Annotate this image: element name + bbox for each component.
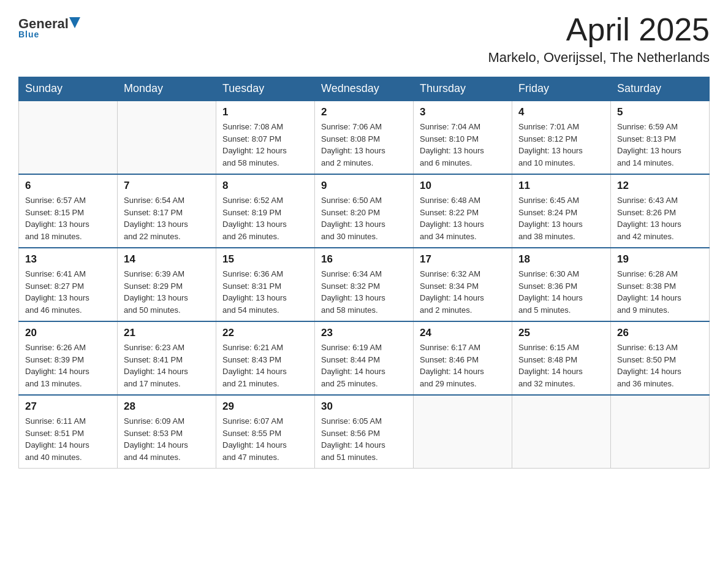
day-number: 13 <box>25 253 111 266</box>
day-number: 9 <box>321 180 407 192</box>
day-number: 2 <box>321 106 407 118</box>
day-number: 6 <box>25 180 111 192</box>
day-info: Sunrise: 6:15 AM Sunset: 8:48 PM Dayligh… <box>518 342 604 389</box>
calendar-cell: 28Sunrise: 6:09 AM Sunset: 8:53 PM Dayli… <box>118 395 216 469</box>
calendar-cell: 18Sunrise: 6:30 AM Sunset: 8:36 PM Dayli… <box>512 248 611 321</box>
day-number: 30 <box>321 400 407 413</box>
calendar-day-header-thursday: Thursday <box>414 77 512 101</box>
month-year-title: April 2025 <box>488 12 710 47</box>
logo-blue-text: Blue <box>18 29 39 39</box>
day-info: Sunrise: 6:19 AM Sunset: 8:44 PM Dayligh… <box>321 342 407 389</box>
calendar-day-header-friday: Friday <box>512 77 611 101</box>
calendar-cell: 16Sunrise: 6:34 AM Sunset: 8:32 PM Dayli… <box>315 248 414 321</box>
day-info: Sunrise: 6:32 AM Sunset: 8:34 PM Dayligh… <box>420 268 506 316</box>
logo-triangle-icon <box>69 16 80 32</box>
calendar-cell: 3Sunrise: 7:04 AM Sunset: 8:10 PM Daylig… <box>414 101 512 174</box>
calendar-day-header-saturday: Saturday <box>611 77 710 101</box>
calendar-header-row: SundayMondayTuesdayWednesdayThursdayFrid… <box>19 77 710 101</box>
day-info: Sunrise: 6:59 AM Sunset: 8:13 PM Dayligh… <box>617 121 703 169</box>
day-info: Sunrise: 6:34 AM Sunset: 8:32 PM Dayligh… <box>321 268 407 316</box>
calendar-table: SundayMondayTuesdayWednesdayThursdayFrid… <box>18 77 710 469</box>
calendar-cell: 27Sunrise: 6:11 AM Sunset: 8:51 PM Dayli… <box>19 395 118 469</box>
calendar-cell: 12Sunrise: 6:43 AM Sunset: 8:26 PM Dayli… <box>611 174 710 248</box>
calendar-cell: 6Sunrise: 6:57 AM Sunset: 8:15 PM Daylig… <box>19 174 118 248</box>
day-number: 20 <box>25 327 111 339</box>
day-number: 8 <box>222 180 308 192</box>
day-number: 5 <box>617 106 703 118</box>
calendar-cell: 5Sunrise: 6:59 AM Sunset: 8:13 PM Daylig… <box>611 101 710 174</box>
title-block: April 2025 Markelo, Overijssel, The Neth… <box>488 12 710 66</box>
day-number: 15 <box>222 253 308 266</box>
day-info: Sunrise: 7:08 AM Sunset: 8:07 PM Dayligh… <box>222 121 308 169</box>
calendar-cell: 11Sunrise: 6:45 AM Sunset: 8:24 PM Dayli… <box>512 174 611 248</box>
day-number: 28 <box>124 400 210 413</box>
day-info: Sunrise: 6:45 AM Sunset: 8:24 PM Dayligh… <box>518 194 604 242</box>
calendar-cell: 17Sunrise: 6:32 AM Sunset: 8:34 PM Dayli… <box>414 248 512 321</box>
day-info: Sunrise: 6:11 AM Sunset: 8:51 PM Dayligh… <box>25 415 111 463</box>
day-info: Sunrise: 6:17 AM Sunset: 8:46 PM Dayligh… <box>420 342 506 389</box>
calendar-cell: 29Sunrise: 6:07 AM Sunset: 8:55 PM Dayli… <box>216 395 315 469</box>
day-number: 10 <box>420 180 506 192</box>
day-info: Sunrise: 6:57 AM Sunset: 8:15 PM Dayligh… <box>25 194 111 242</box>
day-number: 12 <box>617 180 703 192</box>
day-number: 23 <box>321 327 407 339</box>
calendar-day-header-sunday: Sunday <box>19 77 118 101</box>
day-info: Sunrise: 6:48 AM Sunset: 8:22 PM Dayligh… <box>420 194 506 242</box>
calendar-cell <box>512 395 611 469</box>
calendar-day-header-monday: Monday <box>118 77 216 101</box>
day-number: 1 <box>222 106 308 118</box>
day-info: Sunrise: 6:50 AM Sunset: 8:20 PM Dayligh… <box>321 194 407 242</box>
day-info: Sunrise: 6:54 AM Sunset: 8:17 PM Dayligh… <box>124 194 210 242</box>
day-info: Sunrise: 6:13 AM Sunset: 8:50 PM Dayligh… <box>617 342 703 389</box>
calendar-cell: 15Sunrise: 6:36 AM Sunset: 8:31 PM Dayli… <box>216 248 315 321</box>
day-number: 27 <box>25 400 111 413</box>
calendar-cell: 19Sunrise: 6:28 AM Sunset: 8:38 PM Dayli… <box>611 248 710 321</box>
logo: General Blue <box>18 12 81 39</box>
day-number: 18 <box>518 253 604 266</box>
calendar-week-row: 13Sunrise: 6:41 AM Sunset: 8:27 PM Dayli… <box>19 248 710 321</box>
day-info: Sunrise: 6:36 AM Sunset: 8:31 PM Dayligh… <box>222 268 308 316</box>
day-number: 22 <box>222 327 308 339</box>
calendar-day-header-wednesday: Wednesday <box>315 77 414 101</box>
day-number: 17 <box>420 253 506 266</box>
calendar-cell: 1Sunrise: 7:08 AM Sunset: 8:07 PM Daylig… <box>216 101 315 174</box>
location-subtitle: Markelo, Overijssel, The Netherlands <box>488 50 710 66</box>
day-info: Sunrise: 6:39 AM Sunset: 8:29 PM Dayligh… <box>124 268 210 316</box>
day-info: Sunrise: 6:28 AM Sunset: 8:38 PM Dayligh… <box>617 268 703 316</box>
day-info: Sunrise: 6:07 AM Sunset: 8:55 PM Dayligh… <box>222 415 308 463</box>
calendar-cell: 25Sunrise: 6:15 AM Sunset: 8:48 PM Dayli… <box>512 321 611 395</box>
day-number: 11 <box>518 180 604 192</box>
day-info: Sunrise: 6:41 AM Sunset: 8:27 PM Dayligh… <box>25 268 111 316</box>
day-info: Sunrise: 7:06 AM Sunset: 8:08 PM Dayligh… <box>321 121 407 169</box>
calendar-cell: 30Sunrise: 6:05 AM Sunset: 8:56 PM Dayli… <box>315 395 414 469</box>
calendar-cell: 20Sunrise: 6:26 AM Sunset: 8:39 PM Dayli… <box>19 321 118 395</box>
day-info: Sunrise: 6:43 AM Sunset: 8:26 PM Dayligh… <box>617 194 703 242</box>
day-number: 29 <box>222 400 308 413</box>
day-info: Sunrise: 6:26 AM Sunset: 8:39 PM Dayligh… <box>25 342 111 389</box>
day-number: 21 <box>124 327 210 339</box>
page-header: General Blue April 2025 Markelo, Overijs… <box>18 12 710 66</box>
calendar-cell: 8Sunrise: 6:52 AM Sunset: 8:19 PM Daylig… <box>216 174 315 248</box>
calendar-cell <box>118 101 216 174</box>
calendar-cell: 10Sunrise: 6:48 AM Sunset: 8:22 PM Dayli… <box>414 174 512 248</box>
day-number: 7 <box>124 180 210 192</box>
day-info: Sunrise: 6:09 AM Sunset: 8:53 PM Dayligh… <box>124 415 210 463</box>
day-number: 3 <box>420 106 506 118</box>
svg-marker-0 <box>69 17 80 28</box>
calendar-cell: 7Sunrise: 6:54 AM Sunset: 8:17 PM Daylig… <box>118 174 216 248</box>
calendar-cell <box>414 395 512 469</box>
day-info: Sunrise: 7:01 AM Sunset: 8:12 PM Dayligh… <box>518 121 604 169</box>
day-info: Sunrise: 7:04 AM Sunset: 8:10 PM Dayligh… <box>420 121 506 169</box>
calendar-cell: 23Sunrise: 6:19 AM Sunset: 8:44 PM Dayli… <box>315 321 414 395</box>
calendar-cell: 26Sunrise: 6:13 AM Sunset: 8:50 PM Dayli… <box>611 321 710 395</box>
day-info: Sunrise: 6:05 AM Sunset: 8:56 PM Dayligh… <box>321 415 407 463</box>
calendar-week-row: 20Sunrise: 6:26 AM Sunset: 8:39 PM Dayli… <box>19 321 710 395</box>
day-info: Sunrise: 6:21 AM Sunset: 8:43 PM Dayligh… <box>222 342 308 389</box>
calendar-cell: 13Sunrise: 6:41 AM Sunset: 8:27 PM Dayli… <box>19 248 118 321</box>
day-number: 16 <box>321 253 407 266</box>
day-number: 25 <box>518 327 604 339</box>
calendar-week-row: 27Sunrise: 6:11 AM Sunset: 8:51 PM Dayli… <box>19 395 710 469</box>
day-number: 14 <box>124 253 210 266</box>
calendar-cell: 9Sunrise: 6:50 AM Sunset: 8:20 PM Daylig… <box>315 174 414 248</box>
day-number: 26 <box>617 327 703 339</box>
